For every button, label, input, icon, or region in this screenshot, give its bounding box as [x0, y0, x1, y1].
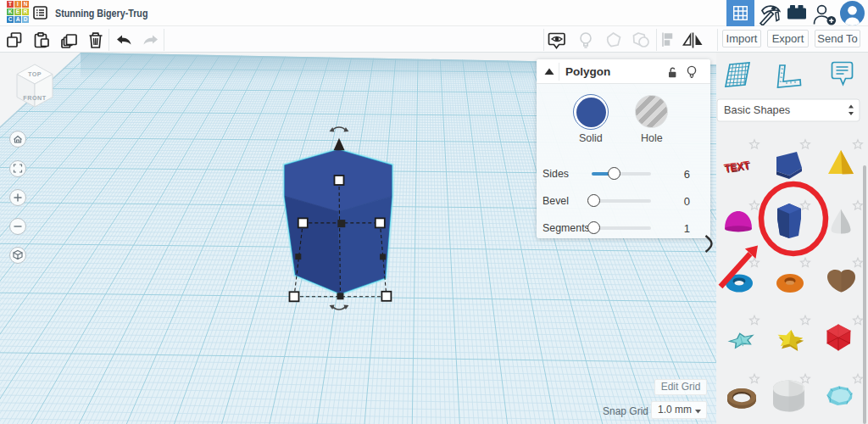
svg-text:FRONT: FRONT [23, 94, 46, 102]
svg-text:Basic Shapes: Basic Shapes [724, 103, 790, 116]
svg-text:TOP: TOP [28, 70, 42, 78]
